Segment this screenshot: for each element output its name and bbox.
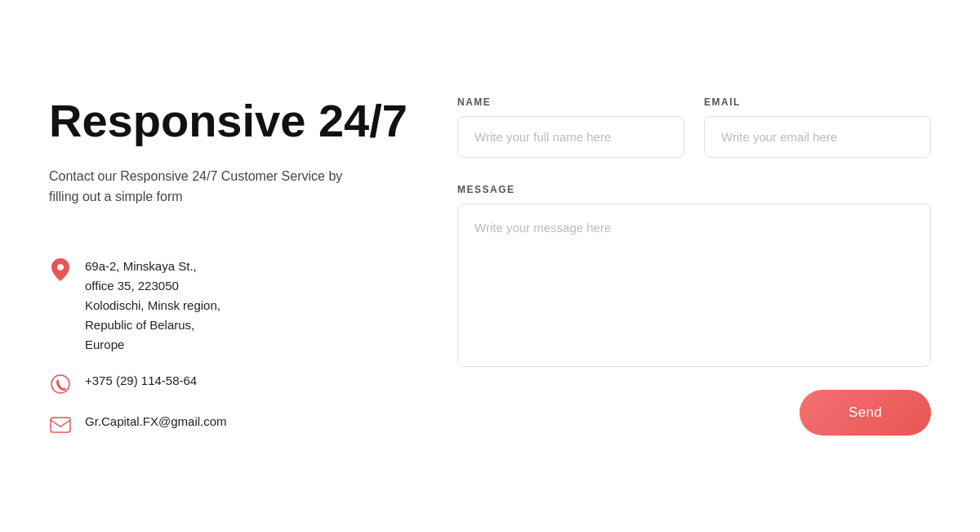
page-subtitle: Contact our Responsive 24/7 Customer Ser… <box>49 166 359 208</box>
message-textarea[interactable] <box>457 203 931 367</box>
svg-rect-1 <box>51 418 70 432</box>
page-title: Responsive 24/7 <box>49 96 408 146</box>
email-group: EMAIL <box>704 96 931 158</box>
svg-point-0 <box>51 375 69 393</box>
name-email-row: NAME EMAIL <box>457 96 931 158</box>
email-text: Gr.Capital.FX@gmail.com <box>85 412 227 431</box>
page-container: Responsive 24/7 Contact our Responsive 2… <box>0 0 980 532</box>
contact-form: NAME EMAIL MESSAGE Send <box>457 96 931 436</box>
name-label: NAME <box>457 96 684 108</box>
phone-icon <box>49 373 72 396</box>
address-text: 69a-2, Minskaya St., office 35, 223050 K… <box>85 257 220 355</box>
address-item: 69a-2, Minskaya St., office 35, 223050 K… <box>49 257 408 355</box>
send-button[interactable]: Send <box>800 390 931 436</box>
phone-item: +375 (29) 114-58-64 <box>49 371 408 396</box>
phone-text: +375 (29) 114-58-64 <box>85 371 197 391</box>
message-group: MESSAGE <box>457 184 931 367</box>
email-input[interactable] <box>704 116 931 158</box>
email-icon <box>49 414 72 436</box>
contact-info: 69a-2, Minskaya St., office 35, 223050 K… <box>49 257 408 436</box>
pin-icon <box>49 258 72 281</box>
email-label: EMAIL <box>704 96 931 108</box>
name-input[interactable] <box>457 116 684 158</box>
send-button-row: Send <box>457 390 931 436</box>
name-group: NAME <box>457 96 684 158</box>
email-item: Gr.Capital.FX@gmail.com <box>49 412 408 436</box>
left-panel: Responsive 24/7 Contact our Responsive 2… <box>49 96 457 436</box>
message-label: MESSAGE <box>457 184 931 195</box>
